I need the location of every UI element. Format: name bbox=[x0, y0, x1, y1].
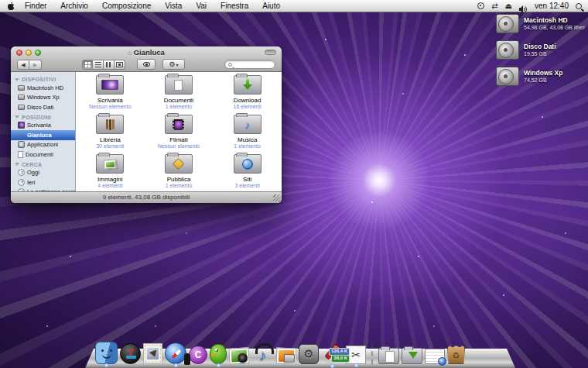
dock-icon-downloads-stack[interactable] bbox=[402, 348, 422, 364]
menu-item-vista[interactable]: Vista bbox=[158, 0, 189, 12]
menu-clock[interactable]: ven 12:40 bbox=[535, 2, 569, 10]
sidebar-item-label: Gianluca bbox=[27, 132, 52, 139]
action-button[interactable]: ⚙ ▾ bbox=[162, 59, 185, 70]
dock-icon-dashboard[interactable] bbox=[120, 343, 141, 364]
folder-emblem-icon bbox=[173, 119, 184, 130]
menu-item-aiuto[interactable]: Aiuto bbox=[255, 0, 287, 12]
sidebar-search: Oggi Ieri La settimana scorsa bbox=[11, 168, 75, 192]
disclosure-triangle-icon[interactable] bbox=[15, 115, 19, 119]
folder-name: Filmati bbox=[169, 136, 188, 143]
volume-name: Macintosh HD bbox=[524, 16, 585, 24]
forward-button[interactable]: ▶ bbox=[29, 60, 42, 70]
dock-icon-trash[interactable]: ♻ bbox=[447, 345, 465, 364]
sidebar-item-applicazioni[interactable]: Applicazioni bbox=[11, 140, 75, 150]
dock-icon-network-monitor[interactable]: 136,4 K 38,0 K bbox=[321, 342, 344, 364]
sidebar-item-icon bbox=[18, 132, 25, 139]
menu-item-vai[interactable]: Vai bbox=[189, 0, 214, 12]
sidebar-item-windows-xp[interactable]: Windows Xp bbox=[11, 93, 75, 103]
eject-icon[interactable]: ⏏ bbox=[505, 1, 512, 12]
folder-item-musica[interactable]: Musica 1 elemento bbox=[213, 112, 282, 152]
disclosure-triangle-icon[interactable] bbox=[15, 78, 19, 81]
sync-arrows-icon[interactable]: ⇄ bbox=[491, 1, 497, 12]
chevron-down-icon: ▾ bbox=[176, 62, 179, 67]
search-field[interactable] bbox=[224, 60, 275, 69]
disclosure-triangle-icon[interactable] bbox=[15, 163, 19, 166]
network-download-badge: 38,0 K bbox=[331, 355, 350, 363]
dock-icon-adium[interactable] bbox=[210, 344, 227, 364]
list-view-button[interactable] bbox=[93, 60, 104, 70]
desktop: Finder Archivio Composizione Vista Vai F… bbox=[0, 0, 588, 368]
running-indicator-icon bbox=[174, 363, 178, 367]
dock-icon-mail[interactable] bbox=[143, 343, 162, 364]
folder-icon bbox=[96, 115, 124, 134]
folder-item-immagini[interactable]: Immagini 4 elementi bbox=[76, 152, 145, 191]
folder-name: Scrivania bbox=[97, 97, 123, 104]
dock-icon-safari[interactable] bbox=[165, 342, 186, 364]
menu-item-composizione[interactable]: Composizione bbox=[95, 0, 158, 12]
folder-item-download[interactable]: Download 16 elementi bbox=[213, 73, 282, 112]
folder-item-siti[interactable]: Siti 3 elementi bbox=[213, 152, 282, 191]
column-view-button[interactable] bbox=[104, 60, 115, 70]
window-title: ⌂Gianluca bbox=[11, 47, 282, 58]
apple-menu-icon[interactable] bbox=[6, 1, 16, 11]
folder-emblem-icon bbox=[244, 119, 250, 131]
dock-icon-glyph: C bbox=[195, 349, 202, 360]
folder-item-filmati[interactable]: Filmati Nessun elemento bbox=[145, 112, 214, 152]
dock-icon-finder[interactable] bbox=[95, 342, 118, 364]
sidebar-item-label: Scrivania bbox=[27, 122, 51, 129]
volume-info: 54,98 GB, 43,08 GB liberi bbox=[524, 24, 585, 31]
sidebar-item-macintosh-hd[interactable]: Macintosh HD bbox=[11, 83, 75, 93]
folder-icon bbox=[165, 154, 193, 174]
dock-icon-photos[interactable] bbox=[228, 347, 249, 364]
dock-icon-camera-app[interactable] bbox=[276, 348, 297, 365]
folder-emblem-icon bbox=[104, 159, 117, 169]
dock-icon-documents-stack[interactable] bbox=[378, 348, 399, 364]
finder-window: ⌂Gianluca ◀ ▶ ⚙ ▾ bbox=[11, 46, 282, 203]
dock-icon-utilities[interactable]: ⚙ bbox=[299, 344, 319, 364]
dock: C bbox=[85, 342, 515, 368]
folder-icon bbox=[96, 154, 124, 174]
dock-icon-separator[interactable] bbox=[368, 342, 376, 364]
sidebar-item-icon bbox=[18, 122, 25, 129]
back-button[interactable]: ◀ bbox=[17, 60, 29, 70]
sidebar-item-disco-dati[interactable]: Disco Dati bbox=[11, 102, 75, 112]
sidebar-item-ieri[interactable]: Ieri bbox=[11, 177, 75, 187]
hard-drive-icon bbox=[496, 14, 519, 33]
sidebar-item-oggi[interactable]: Oggi bbox=[11, 168, 75, 178]
quick-look-button[interactable] bbox=[137, 59, 156, 70]
sidebar-section-header: DISPOSITIVI bbox=[11, 74, 75, 83]
menu-item-finestra[interactable]: Finestra bbox=[214, 0, 255, 12]
dock-icon-glyph: ♻ bbox=[453, 351, 460, 361]
menu-item-finder[interactable]: Finder bbox=[18, 0, 53, 12]
search-input[interactable] bbox=[232, 61, 272, 68]
desktop-volume-windows-xp[interactable]: Windows Xp 74,52 GB bbox=[496, 64, 585, 88]
dock-icon-chat[interactable]: C bbox=[189, 346, 207, 364]
window-body: DISPOSITIVI Macintosh HD Windows Xp bbox=[11, 72, 282, 191]
folder-name: Musica bbox=[238, 136, 257, 143]
folder-item-pubblica[interactable]: Pubblica 1 elemento bbox=[145, 152, 214, 191]
running-indicator-icon bbox=[217, 363, 220, 367]
desktop-volume-disco-dati[interactable]: Disco Dati 19,55 GB bbox=[496, 38, 585, 61]
resize-grip-icon[interactable] bbox=[273, 194, 280, 201]
menu-item-archivio[interactable]: Archivio bbox=[53, 0, 95, 12]
window-chrome[interactable]: ⌂Gianluca ◀ ▶ ⚙ ▾ bbox=[11, 46, 282, 72]
toolbar-toggle-button[interactable] bbox=[265, 50, 276, 55]
camera-menu-extra-icon[interactable] bbox=[477, 2, 484, 9]
icon-view-button[interactable] bbox=[82, 60, 93, 70]
dock-icon-minimized-window[interactable] bbox=[425, 349, 445, 364]
folder-item-scrivania[interactable]: Scrivania Nessun elemento bbox=[76, 73, 145, 112]
sidebar-item-documenti[interactable]: Documenti bbox=[11, 150, 75, 160]
sidebar-item-icon bbox=[18, 95, 25, 100]
folder-icon bbox=[234, 115, 262, 134]
folder-item-libreria[interactable]: Libreria 30 elementi bbox=[76, 112, 145, 152]
sidebar-places: Scrivania Gianluca Applicazioni bbox=[11, 121, 75, 160]
coverflow-view-button[interactable] bbox=[115, 60, 125, 70]
spotlight-icon[interactable] bbox=[576, 3, 582, 9]
sidebar-item-label: Disco Dati bbox=[27, 104, 53, 111]
dock-icon-music-player[interactable]: ♪ bbox=[251, 342, 274, 364]
desktop-volume-macintosh-hd[interactable]: Macintosh HD 54,98 GB, 43,08 GB liberi bbox=[496, 12, 585, 35]
sidebar-item-gianluca[interactable]: Gianluca bbox=[11, 130, 75, 140]
volume-icon[interactable] bbox=[519, 2, 528, 10]
sidebar-item-scrivania[interactable]: Scrivania bbox=[11, 121, 75, 131]
folder-item-documenti[interactable]: Documenti 1 elemento bbox=[145, 73, 214, 112]
